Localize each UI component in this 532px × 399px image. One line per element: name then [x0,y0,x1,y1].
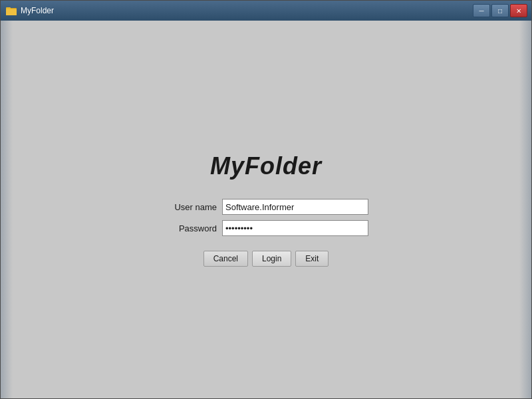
title-bar: MyFolder ─ □ ✕ [1,1,531,21]
login-button[interactable]: Login [252,251,291,267]
app-window: MyFolder ─ □ ✕ MyFolder User name Passwo… [0,0,532,399]
buttons-row: Cancel Login Exit [203,251,329,267]
folder-icon [6,5,17,16]
username-row: User name [164,199,368,215]
app-title: MyFolder [210,152,322,180]
username-input[interactable] [222,199,368,215]
password-input[interactable] [222,220,368,236]
login-container: MyFolder User name Password Cancel Login… [164,152,368,267]
title-bar-controls: ─ □ ✕ [473,4,527,17]
maximize-button[interactable]: □ [491,4,509,17]
svg-rect-3 [6,9,17,15]
minimize-button[interactable]: ─ [473,4,490,17]
password-label: Password [164,223,217,233]
login-form: User name Password [164,199,368,236]
username-label: User name [164,202,217,212]
title-bar-left: MyFolder [6,5,54,16]
password-row: Password [164,220,368,236]
cancel-button[interactable]: Cancel [203,251,248,267]
close-button[interactable]: ✕ [510,4,527,17]
exit-button[interactable]: Exit [295,251,329,267]
window-title: MyFolder [21,6,54,15]
window-body: MyFolder User name Password Cancel Login… [1,21,531,398]
